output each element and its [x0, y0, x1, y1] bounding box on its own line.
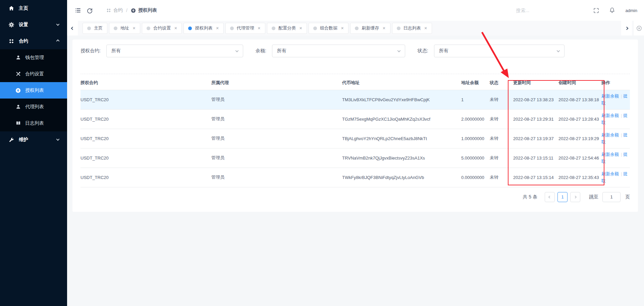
filter-balance: 余额: 所有 — [256, 45, 405, 57]
filter-label: 状态: — [418, 48, 428, 54]
col-header-balance: 地址余额 — [461, 76, 490, 90]
sidebar-item-label: 合约设置 — [25, 71, 44, 77]
breadcrumb-section[interactable]: 合约 — [106, 7, 123, 13]
sidebar-item-contract-settings[interactable]: 合约设置 — [0, 66, 67, 82]
cell-balance: 0.00000000 — [461, 168, 490, 187]
balance-select[interactable]: 所有 — [272, 45, 405, 57]
sidebar-item-home[interactable]: 主页 — [0, 0, 67, 16]
cell-created: 2022-08-27 13:28:43 — [558, 109, 601, 129]
cell-contract: USDT_TRC20 — [80, 129, 211, 148]
sidebar-item-contract[interactable]: 合约 — [0, 33, 67, 49]
fullscreen-icon[interactable] — [593, 7, 599, 14]
table-row[interactable]: USDT_TRC20 管理员 TRVNaVmB2nk7QjJgvxBiectsv… — [80, 148, 630, 168]
status-select[interactable]: 所有 — [434, 45, 565, 57]
auth-contract-select[interactable]: 所有 — [106, 45, 243, 57]
close-all-tabs-button[interactable] — [634, 21, 644, 36]
tab-log-list[interactable]: 日志列表✕ — [392, 23, 432, 34]
tab-agent-management[interactable]: 代理管理✕ — [225, 23, 265, 34]
table-row[interactable]: USDT_TRC20 管理员 TM3LivBXkLTFCP8vGeu2YdYxe… — [80, 90, 630, 109]
table-header-row: 授权合约 所属代理 代币地址 地址余额 状态 更新时间 创建时间 操作 — [80, 76, 630, 90]
sidebar-item-auth-list[interactable]: 授权列表 — [0, 82, 67, 99]
search-input[interactable] — [516, 8, 572, 13]
cell-status: 未转 — [490, 168, 513, 187]
sidebar-item-maintenance[interactable]: 维护 — [0, 131, 67, 148]
action-divider: | — [621, 152, 622, 157]
refresh-balance-link[interactable]: 刷新余额 — [601, 113, 619, 118]
col-header-actions: 操作 — [601, 76, 630, 90]
tab-dot-icon — [147, 26, 150, 30]
chevron-right-icon — [574, 195, 577, 198]
close-icon[interactable]: ✕ — [424, 26, 427, 30]
cell-actions: 刷新余额| 提取 — [601, 109, 630, 129]
cell-agent: 管理员 — [211, 109, 342, 129]
tab-refresh-cache[interactable]: 刷新缓存✕ — [350, 23, 390, 34]
tab-address[interactable]: 地址✕ — [109, 23, 140, 34]
tabs-scroll-left-button[interactable] — [67, 21, 78, 36]
tab-label: 代理管理 — [237, 25, 254, 31]
breadcrumb-section-label: 合约 — [113, 7, 123, 13]
table-row[interactable]: USDT_TRC20 管理员 TBjALghvoY2hYnQRLp2ChneE5… — [80, 129, 630, 148]
tab-contract-settings[interactable]: 合约设置✕ — [142, 23, 182, 34]
pagination: 共 5 条 1 跳至 页 — [80, 192, 630, 202]
user-menu[interactable]: admin — [626, 8, 637, 13]
refresh-icon[interactable] — [87, 7, 93, 14]
sidebar-item-agent-list[interactable]: 代理列表 — [0, 99, 67, 115]
auth-list-icon — [15, 88, 21, 93]
contract-icon — [106, 8, 111, 13]
contract-icon — [9, 39, 14, 44]
collapse-menu-icon[interactable] — [74, 7, 81, 14]
sidebar-item-wallet-management[interactable]: 钱包管理 — [0, 49, 67, 66]
chevron-right-icon — [625, 26, 628, 30]
close-icon[interactable]: ✕ — [382, 26, 385, 30]
cell-actions: 刷新余额| 提取 — [601, 90, 630, 109]
chevron-down-icon — [397, 49, 400, 52]
sidebar-item-label: 代理列表 — [25, 104, 44, 110]
page-unit-label: 页 — [625, 194, 630, 200]
col-header-address: 代币地址 — [342, 76, 461, 90]
chevron-down-icon — [56, 22, 60, 26]
prev-page-button[interactable] — [545, 192, 555, 202]
sidebar-item-log-list[interactable]: 日志列表 — [0, 115, 67, 131]
refresh-balance-link[interactable]: 刷新余额 — [601, 94, 619, 99]
filter-status: 状态: 所有 — [418, 45, 565, 57]
refresh-balance-link[interactable]: 刷新余额 — [601, 152, 619, 157]
cell-status: 未转 — [490, 109, 513, 129]
tab-auth-list[interactable]: 授权列表✕ — [183, 23, 223, 34]
tab-dot-icon — [355, 26, 359, 30]
page-number-button[interactable]: 1 — [557, 192, 568, 202]
refresh-balance-link[interactable]: 刷新余额 — [601, 132, 619, 137]
next-page-button[interactable] — [570, 192, 580, 202]
close-icon[interactable]: ✕ — [341, 26, 344, 30]
action-divider: | — [621, 113, 622, 118]
filter-label: 余额: — [256, 48, 266, 54]
tab-dot-icon — [397, 26, 400, 30]
cell-updated: 2022-08-27 13:29:31 — [513, 109, 558, 129]
table-row[interactable]: USDT_TRC20 管理员 TGzM7SexgMqPGzXC1JioQaMhK… — [80, 109, 630, 129]
cell-address: TGzM7SexgMqPGzXC1JioQaMhKZq2sX3vcf — [342, 109, 461, 129]
cell-address: TRVNaVmB2nk7QjJgvxBiectsvyZ23sA1Xs — [342, 148, 461, 168]
tab-combined-data[interactable]: 组合数据✕ — [309, 23, 348, 34]
tab-label: 合约设置 — [153, 25, 171, 31]
close-icon[interactable]: ✕ — [174, 26, 177, 30]
sidebar-item-label: 维护 — [19, 137, 57, 143]
table-row[interactable]: USDT_TRC20 管理员 TWkFy8krBJQF3BNiFdtyqZjvL… — [80, 168, 630, 187]
cell-created: 2022-08-27 12:35:43 — [558, 168, 601, 187]
jump-to-page-input[interactable] — [602, 192, 621, 202]
col-header-updated: 更新时间 — [513, 76, 558, 90]
cell-agent: 管理员 — [211, 168, 342, 187]
tab-dot-icon — [230, 26, 234, 30]
tabs-scroll-right-button[interactable] — [621, 21, 632, 36]
close-icon[interactable]: ✕ — [258, 26, 261, 30]
close-icon[interactable]: ✕ — [299, 26, 302, 30]
tab-config-category[interactable]: 配置分类✕ — [267, 23, 307, 34]
sidebar-item-settings[interactable]: 设置 — [0, 16, 67, 33]
tab-label: 刷新缓存 — [362, 25, 379, 31]
sidebar-item-label: 合约 — [19, 38, 57, 44]
action-divider: | — [621, 171, 622, 176]
refresh-balance-link[interactable]: 刷新余额 — [601, 171, 619, 176]
tab-dot-icon — [272, 26, 275, 30]
close-icon[interactable]: ✕ — [132, 26, 136, 30]
notifications-bell-icon[interactable] — [609, 7, 615, 14]
close-icon[interactable]: ✕ — [216, 26, 219, 30]
tab-home[interactable]: 主页 — [83, 23, 107, 34]
